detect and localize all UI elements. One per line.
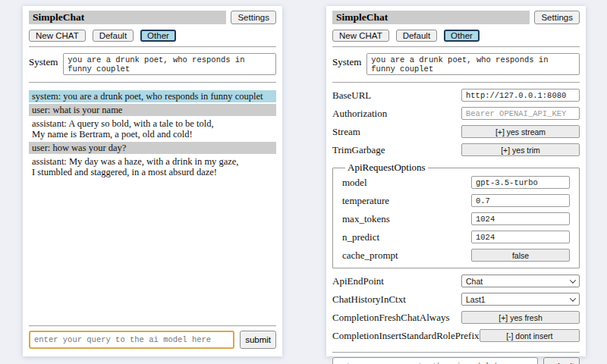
completionfreshchatalways-label: CompletionFreshChatAlways (332, 312, 461, 324)
chathistoryinctxt-label: ChatHistoryInCtxt (332, 293, 461, 306)
apiendpoint-label: ApiEndPoint (332, 275, 461, 287)
app-title: SimpleChat (29, 11, 226, 24)
authorization-input[interactable] (461, 107, 580, 120)
titlebar: SimpleChat Settings (29, 11, 276, 24)
model-label: model (342, 177, 471, 189)
api-request-options-legend: ApiRequestOptions (345, 162, 428, 174)
titlebar: SimpleChat Settings (332, 11, 580, 24)
tab-other[interactable]: Other (140, 30, 176, 42)
query-input[interactable] (332, 357, 538, 364)
system-prompt-row: System you are a drunk poet, who respond… (29, 53, 276, 75)
temperature-input[interactable] (471, 194, 570, 207)
settings-form: BaseURL Authorization Stream [+] yes str… (332, 89, 580, 347)
n-predict-input[interactable] (471, 231, 570, 243)
baseurl-input[interactable] (461, 89, 580, 102)
divider (332, 46, 580, 48)
stream-label: Stream (332, 126, 461, 138)
chat-message-system: system: you are a drunk poet, who respon… (29, 90, 276, 102)
submit-button[interactable]: submit (543, 357, 580, 364)
chat-message-list: system: you are a drunk poet, who respon… (29, 90, 276, 180)
setting-row-max-tokens: max_tokens (342, 212, 570, 225)
divider (332, 82, 580, 83)
setting-row-authorization: Authorization (332, 107, 580, 120)
setting-row-stream: Stream [+] yes stream (332, 125, 580, 138)
cache-prompt-toggle-button[interactable]: false (471, 249, 570, 262)
system-prompt-input[interactable]: you are a drunk poet, who responds in fu… (366, 53, 580, 75)
chathistoryinctxt-selected-value: Last1 (466, 295, 486, 304)
apiendpoint-selected-value: Chat (466, 277, 483, 286)
divider (29, 325, 276, 327)
query-input[interactable] (29, 331, 234, 349)
completioninsertstandardroleprefix-toggle-button[interactable]: [-] dont insert (480, 329, 580, 342)
setting-row-chathistoryinctxt: ChatHistoryInCtxt Last1 (332, 293, 580, 306)
chat-message-user: user: how was your day? (29, 142, 276, 154)
tab-new-chat[interactable]: New CHAT (332, 30, 389, 42)
chathistoryinctxt-select[interactable]: Last1 (461, 293, 580, 306)
app-title: SimpleChat (332, 11, 530, 24)
divider (29, 46, 276, 48)
chevron-down-icon (570, 295, 576, 301)
baseurl-label: BaseURL (332, 89, 461, 102)
trimgarbage-label: TrimGarbage (332, 144, 461, 156)
n-predict-label: n_predict (342, 231, 471, 243)
chat-panel: SimpleChat Settings New CHAT Default Oth… (23, 6, 282, 356)
query-bar: submit (332, 347, 580, 364)
model-input[interactable] (471, 176, 570, 189)
setting-row-completioninsertstandardroleprefix: CompletionInsertStandardRolePrefix [-] d… (332, 329, 580, 342)
session-tabs: New CHAT Default Other (332, 30, 580, 42)
divider (332, 352, 580, 353)
authorization-label: Authorization (332, 108, 461, 120)
system-prompt-row: System you are a drunk poet, who respond… (332, 53, 580, 75)
divider (29, 82, 276, 83)
submit-button[interactable]: submit (240, 331, 276, 349)
cache-prompt-label: cache_prompt (342, 249, 471, 262)
chevron-down-icon (570, 277, 576, 283)
setting-row-completionfreshchatalways: CompletionFreshChatAlways [+] yes fresh (332, 311, 580, 324)
settings-panel: SimpleChat Settings New CHAT Default Oth… (326, 6, 586, 356)
chat-message-user: user: what is your name (29, 104, 276, 116)
tab-default[interactable]: Default (93, 30, 134, 42)
api-request-options-fieldset: ApiRequestOptions model temperature max_… (332, 162, 580, 268)
tab-other[interactable]: Other (444, 30, 480, 42)
temperature-label: temperature (342, 195, 471, 207)
setting-row-trimgarbage: TrimGarbage [+] yes trim (332, 143, 580, 156)
apiendpoint-select[interactable]: Chat (461, 275, 580, 287)
system-prompt-input[interactable]: you are a drunk poet, who responds in fu… (63, 53, 276, 75)
session-tabs: New CHAT Default Other (29, 30, 276, 42)
setting-row-apiendpoint: ApiEndPoint Chat (332, 275, 580, 287)
stream-toggle-button[interactable]: [+] yes stream (461, 125, 580, 138)
completioninsertstandardroleprefix-label: CompletionInsertStandardRolePrefix (332, 330, 480, 342)
system-prompt-label: System (332, 53, 361, 68)
setting-row-cache-prompt: cache_prompt false (342, 249, 570, 262)
max-tokens-label: max_tokens (342, 213, 471, 225)
system-prompt-label: System (29, 53, 58, 68)
tab-new-chat[interactable]: New CHAT (29, 30, 86, 42)
setting-row-model: model (342, 176, 570, 189)
stage: SimpleChat Settings New CHAT Default Oth… (0, 0, 607, 364)
setting-row-n-predict: n_predict (342, 231, 570, 243)
trimgarbage-toggle-button[interactable]: [+] yes trim (461, 143, 580, 156)
query-bar: submit (29, 321, 276, 349)
chat-message-assistant: assistant: My day was a haze, with a dri… (29, 155, 276, 178)
completionfreshchatalways-toggle-button[interactable]: [+] yes fresh (461, 311, 580, 324)
tab-default[interactable]: Default (396, 30, 437, 42)
settings-button[interactable]: Settings (231, 11, 276, 24)
max-tokens-input[interactable] (471, 212, 570, 225)
chat-message-assistant: assistant: A query so bold, with a tale … (29, 118, 276, 140)
settings-button[interactable]: Settings (534, 11, 580, 24)
setting-row-baseurl: BaseURL (332, 89, 580, 102)
setting-row-temperature: temperature (342, 194, 570, 207)
